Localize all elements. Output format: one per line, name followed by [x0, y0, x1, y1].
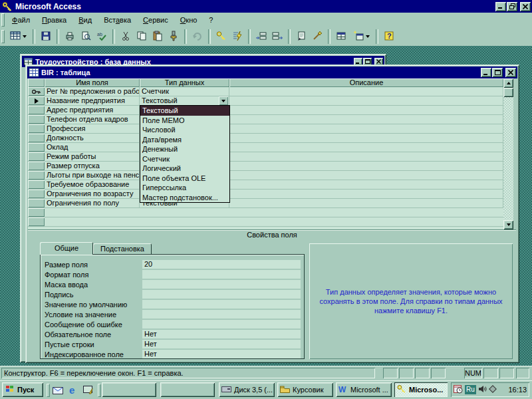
table-window-titlebar[interactable]: BIR : таблица [27, 66, 517, 78]
menu-help[interactable]: ? [203, 13, 219, 27]
scrollbar-thumb[interactable] [503, 88, 513, 97]
app-close-button[interactable] [520, 2, 531, 11]
volume-icon[interactable] [478, 385, 487, 394]
field-type-combo[interactable]: Текстовый [140, 96, 229, 105]
field-name-cell[interactable]: Ограничения по полу [45, 199, 140, 207]
start-button[interactable]: Пуск [2, 382, 43, 397]
row-selector[interactable] [28, 171, 45, 180]
app-titlebar[interactable]: Microsoft Access [0, 0, 532, 13]
field-description-cell[interactable] [229, 134, 503, 142]
field-name-cell[interactable]: Льготы при выходе на пенсию [45, 171, 140, 180]
help-button[interactable]: ? [381, 29, 397, 45]
save-button[interactable] [38, 29, 54, 45]
data-type-option[interactable]: Поле MEMO [140, 116, 229, 126]
table-maximize-button[interactable] [492, 68, 503, 77]
spelling-button[interactable]: ab [94, 29, 110, 45]
row-selector-empty[interactable] [28, 208, 45, 217]
app-restore-button[interactable] [507, 2, 517, 11]
data-type-option[interactable]: Счетчик [140, 154, 229, 164]
scheduler-icon[interactable] [454, 384, 463, 395]
data-type-option[interactable]: Текстовый [140, 106, 229, 116]
indexes-button[interactable] [229, 29, 245, 45]
field-name-cell[interactable]: Размер отпуска [45, 162, 140, 170]
row-selector-primary-key[interactable] [28, 87, 45, 96]
field-name-cell[interactable]: Оклад [45, 143, 140, 152]
field-type-cell[interactable]: Счетчик [140, 87, 229, 96]
clock[interactable]: 16:13 [508, 386, 527, 394]
field-description-cell[interactable] [229, 171, 503, 180]
property-allow-zero-length[interactable]: Нет [142, 340, 301, 348]
taskbar-button-1[interactable] [102, 382, 156, 397]
menu-edit[interactable]: Правка [36, 13, 72, 27]
quick-launch-mail-icon[interactable] [51, 384, 65, 397]
paste-button[interactable] [150, 29, 166, 45]
field-name-cell[interactable]: Режим работы [45, 152, 140, 161]
property-validation-rule[interactable] [142, 310, 301, 319]
scroll-down-button[interactable] [503, 220, 513, 229]
field-name-cell[interactable]: Рег № предложения о работе [45, 87, 140, 96]
quick-launch-desktop-icon[interactable] [82, 384, 95, 397]
row-selector[interactable] [28, 115, 45, 124]
taskbar-button-word[interactable]: W Microsoft ... [336, 382, 392, 397]
field-description-cell[interactable] [229, 115, 503, 124]
field-description-cell[interactable] [229, 199, 503, 207]
primary-key-button[interactable] [213, 29, 229, 45]
field-description-cell[interactable] [229, 143, 503, 152]
row-selector[interactable] [28, 180, 45, 189]
field-name-cell[interactable]: Телефон отдела кадров [45, 115, 140, 124]
menubar-grip[interactable] [1, 13, 5, 27]
language-indicator[interactable]: Ru [465, 385, 476, 394]
undo-button[interactable] [190, 29, 205, 45]
property-validation-text[interactable] [142, 320, 301, 329]
properties-button[interactable] [293, 29, 309, 45]
data-type-option[interactable]: Гиперссылка [140, 183, 229, 193]
toolbar-grip[interactable] [1, 30, 5, 43]
data-type-option[interactable]: Мастер подстановок... [140, 193, 229, 203]
field-name-cell[interactable]: Профессия [45, 124, 140, 133]
build-button[interactable] [309, 29, 325, 45]
row-selector-empty[interactable] [28, 217, 45, 226]
insert-rows-button[interactable] [253, 29, 269, 45]
menu-file[interactable]: Файл [6, 13, 36, 27]
data-type-option[interactable]: Числовой [140, 125, 229, 135]
database-window-button[interactable] [333, 29, 349, 45]
row-selector[interactable] [28, 134, 45, 142]
scroll-up-button[interactable] [503, 78, 513, 88]
taskbar-button-access-active[interactable]: Microso... [394, 382, 448, 397]
field-description-cell[interactable] [229, 106, 503, 114]
print-button[interactable] [62, 29, 78, 45]
property-format[interactable] [142, 270, 301, 279]
format-painter-button[interactable] [166, 29, 182, 45]
delete-rows-button[interactable] [269, 29, 285, 45]
row-selector[interactable] [28, 106, 45, 114]
row-selector[interactable] [28, 152, 45, 161]
taskbar-button-floppy-disk[interactable]: Диск 3,5 (... [219, 382, 275, 397]
print-preview-button[interactable] [78, 29, 94, 45]
table-minimize-button[interactable] [481, 68, 491, 77]
vertical-scrollbar[interactable] [503, 78, 513, 229]
property-required[interactable]: Нет [142, 330, 301, 338]
field-name-cell[interactable]: Название предприятия [45, 96, 140, 105]
taskbar-button-2[interactable] [160, 382, 215, 397]
menu-view[interactable]: Вид [72, 13, 98, 27]
row-selector-current[interactable] [28, 96, 45, 105]
row-selector[interactable] [28, 143, 45, 152]
column-header-description[interactable]: Описание [229, 78, 503, 87]
tab-lookup[interactable]: Подстановка [93, 243, 152, 254]
column-header-name[interactable]: Имя поля [45, 78, 140, 87]
field-description-cell[interactable] [229, 162, 503, 170]
field-description-cell[interactable] [229, 180, 503, 189]
tray-status-icon[interactable] [489, 385, 497, 394]
data-type-option[interactable]: Денежный [140, 144, 229, 154]
row-selector[interactable] [28, 124, 45, 133]
property-field-size[interactable]: 20 [142, 260, 301, 269]
field-name-cell[interactable]: Должность [45, 134, 140, 142]
data-type-option[interactable]: Поле объекта OLE [140, 174, 229, 184]
field-description-cell[interactable] [229, 87, 503, 96]
menu-insert[interactable]: Вставка [98, 13, 137, 27]
copy-button[interactable] [134, 29, 150, 45]
tab-general[interactable]: Общие [40, 242, 93, 255]
taskbar-button-folder[interactable]: Курсовик [277, 382, 333, 397]
field-description-cell[interactable] [229, 190, 503, 198]
field-name-cell[interactable]: Адрес предприятия [45, 106, 140, 114]
